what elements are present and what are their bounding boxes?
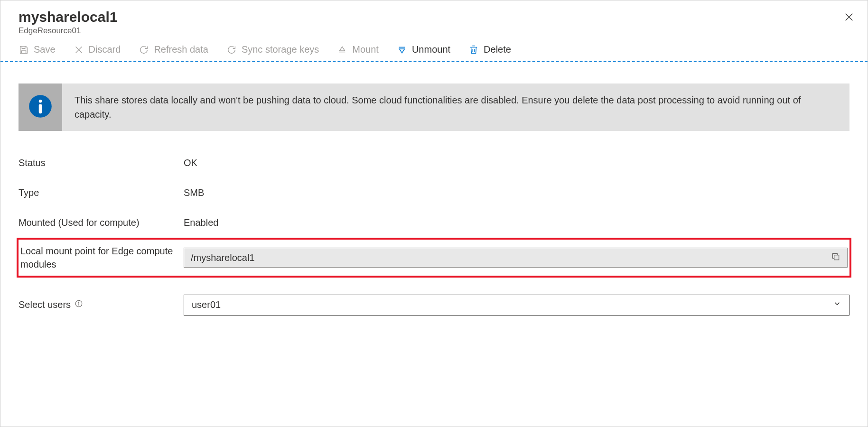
discard-label: Discard	[89, 44, 121, 55]
unmount-button[interactable]: Unmount	[397, 44, 450, 55]
share-detail-panel: mysharelocal1 EdgeResource01 Save Discar…	[0, 0, 868, 427]
unmount-icon	[397, 45, 407, 55]
content-area: This share stores data locally and won't…	[0, 62, 868, 320]
info-banner-text: This share stores data locally and won't…	[62, 84, 849, 131]
copy-icon	[831, 255, 840, 263]
unmount-label: Unmount	[412, 44, 450, 55]
info-circle-icon[interactable]	[75, 299, 83, 310]
select-users-label: Select users	[19, 290, 184, 320]
mount-label: Mount	[352, 44, 379, 55]
save-button[interactable]: Save	[19, 44, 56, 55]
svg-rect-8	[39, 104, 42, 114]
select-users-dropdown[interactable]: user01	[184, 295, 849, 316]
copy-button[interactable]	[831, 252, 840, 263]
mounted-value: Enabled	[184, 208, 849, 238]
sync-icon	[226, 45, 237, 55]
type-value: SMB	[184, 178, 849, 208]
svg-point-11	[78, 302, 79, 302]
mounted-label: Mounted (Used for compute)	[19, 208, 184, 238]
mountpoint-field: /mysharelocal1	[184, 248, 848, 268]
discard-icon	[74, 45, 84, 55]
svg-rect-9	[834, 255, 839, 260]
info-banner: This share stores data locally and won't…	[19, 84, 849, 131]
status-label: Status	[19, 148, 184, 178]
mount-icon	[337, 45, 347, 55]
panel-header: mysharelocal1 EdgeResource01	[0, 0, 868, 36]
refresh-icon	[139, 45, 149, 55]
info-icon	[28, 94, 53, 121]
discard-button[interactable]: Discard	[74, 44, 121, 55]
page-title: mysharelocal1	[19, 9, 849, 25]
delete-label: Delete	[484, 44, 511, 55]
mountpoint-label: Local mount point for Edge compute modul…	[19, 244, 184, 271]
close-icon	[844, 16, 854, 24]
select-users-value: user01	[192, 299, 221, 310]
toolbar: Save Discard Refresh data Sync storage k…	[0, 36, 868, 62]
mountpoint-row-highlighted: Local mount point for Edge compute modul…	[17, 238, 851, 278]
type-label: Type	[19, 178, 184, 208]
sync-label: Sync storage keys	[242, 44, 319, 55]
delete-button[interactable]: Delete	[468, 44, 511, 55]
save-label: Save	[34, 44, 56, 55]
svg-point-7	[39, 100, 42, 103]
info-icon-wrap	[19, 84, 62, 131]
delete-icon	[468, 45, 479, 55]
close-button[interactable]	[844, 12, 854, 24]
sync-button[interactable]: Sync storage keys	[226, 44, 319, 55]
refresh-label: Refresh data	[154, 44, 208, 55]
refresh-button[interactable]: Refresh data	[139, 44, 208, 55]
select-users-label-text: Select users	[19, 299, 71, 310]
page-subtitle: EdgeResource01	[19, 26, 849, 36]
mount-button[interactable]: Mount	[337, 44, 379, 55]
properties-grid: Status OK Type SMB Mounted (Used for com…	[19, 148, 849, 238]
save-icon	[19, 45, 29, 55]
select-users-row: Select users user01	[19, 290, 849, 320]
status-value: OK	[184, 148, 849, 178]
mountpoint-value: /mysharelocal1	[191, 252, 831, 263]
chevron-down-icon	[833, 299, 841, 310]
